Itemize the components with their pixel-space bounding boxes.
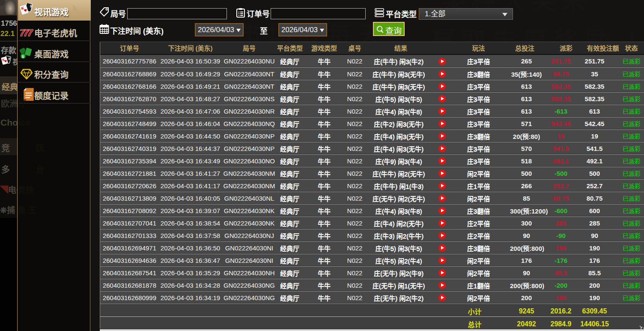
svg-text:$: $ [22, 54, 24, 59]
svg-text:7: 7 [27, 27, 33, 38]
